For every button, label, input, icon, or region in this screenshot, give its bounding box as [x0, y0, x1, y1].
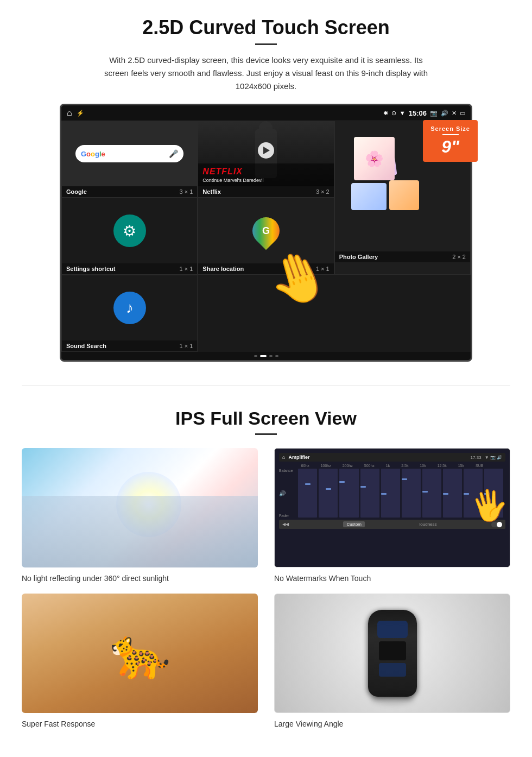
amp-screen: ⌂ Amplifier 17:33 ▼ 📷 🔊 60hz100hz200hz50…: [275, 449, 510, 567]
section2-title-divider: [255, 433, 277, 435]
eq-bar-5: [381, 469, 400, 518]
badge-divider: [442, 134, 459, 135]
dot-4[interactable]: [275, 355, 278, 357]
device-mockup: Screen Size 9" ⌂ ⚡ ✱ ⊙ ▼ 15:06 📷 🔊 ✕: [60, 104, 472, 362]
car-top-view: [365, 607, 420, 699]
eq-handle-6: [402, 478, 407, 480]
location-icon: ⊙: [391, 110, 396, 117]
window-icon: ▭: [460, 110, 465, 117]
eq-bar-6: [402, 469, 421, 518]
netflix-size: 3 × 2: [316, 188, 330, 195]
eq-side-labels: Balance 🔊 Fader: [279, 469, 294, 518]
netflix-logo: NETFLIX: [202, 167, 329, 176]
status-time: 15:06: [409, 109, 427, 117]
home-icon[interactable]: ⌂: [67, 108, 72, 118]
netflix-content: NETFLIX Continue Marvel's Daredevil: [198, 163, 333, 186]
app-grid: Google 🎤 Google 3 × 1: [61, 121, 471, 352]
status-bar: ⌂ ⚡ ✱ ⊙ ▼ 15:06 📷 🔊 ✕ ▭: [61, 105, 471, 121]
app-cell-netflix[interactable]: NETFLIX Continue Marvel's Daredevil Netf…: [198, 121, 334, 198]
img-sunlight: [22, 448, 258, 567]
voice-search-icon[interactable]: 🎤: [169, 149, 178, 158]
card-cheetah: 🐆 Super Fast Response: [22, 594, 258, 728]
sound-thumbnail: ♪: [62, 275, 197, 340]
app-cell-settings[interactable]: ⚙ Settings shortcut 1 × 1: [61, 198, 198, 275]
pagination-dots: [61, 352, 471, 360]
eq-handle-8: [443, 493, 448, 495]
amp-time: 17:33: [471, 455, 482, 460]
eq-sliders: [296, 469, 505, 518]
section1-title: 2.5D Curved Touch Screen: [33, 16, 499, 39]
settings-name: Settings shortcut: [66, 266, 115, 272]
gallery-label-bar: Photo Gallery 2 × 2: [335, 251, 470, 262]
eq-bar-3: [339, 469, 358, 518]
dot-1[interactable]: [254, 355, 257, 357]
netflix-thumbnail: NETFLIX Continue Marvel's Daredevil: [198, 121, 333, 186]
amp-header: ⌂ Amplifier 17:33 ▼ 📷 🔊: [279, 453, 505, 462]
loudness-toggle[interactable]: [491, 522, 502, 527]
eq-handle-5: [381, 493, 387, 495]
share-icon-container: G: [198, 198, 333, 263]
img-car: [274, 594, 510, 713]
custom-btn[interactable]: Custom: [343, 521, 365, 527]
eq-bar-2: [319, 469, 338, 518]
sound-label-bar: Sound Search 1 × 1: [62, 340, 197, 351]
settings-label-bar: Settings shortcut 1 × 1: [62, 263, 197, 274]
rear-windshield: [379, 663, 406, 677]
eq-handle-3: [339, 481, 345, 483]
settings-thumbnail: ⚙: [62, 198, 197, 263]
dot-2[interactable]: [260, 355, 267, 357]
google-logo: Google: [81, 150, 105, 158]
eq-bar-10: [484, 469, 503, 518]
play-triangle-icon: [263, 147, 270, 154]
app-cell-google[interactable]: Google 🎤 Google 3 × 1: [61, 121, 198, 198]
play-button[interactable]: [258, 142, 274, 159]
section-divider: [22, 386, 510, 386]
car-roof: [379, 641, 406, 660]
share-size: 1 × 1: [316, 266, 330, 272]
amp-title: Amplifier: [288, 455, 309, 460]
dot-3[interactable]: [269, 355, 273, 357]
amp-back-icon: ◀◀: [282, 522, 289, 527]
google-search-bar[interactable]: Google 🎤: [75, 145, 183, 162]
screen-size-badge: Screen Size 9": [423, 120, 478, 162]
section-curved-screen: 2.5D Curved Touch Screen With 2.5D curve…: [0, 0, 532, 375]
status-right-icons: ✱ ⊙ ▼ 15:06 📷 🔊 ✕ ▭: [383, 109, 465, 117]
maps-icon: G: [252, 217, 280, 244]
eq-bar-7: [422, 469, 441, 518]
volume-icon: 🔊: [441, 110, 448, 117]
google-name: Google: [66, 188, 87, 195]
sky-gradient: [22, 496, 258, 567]
device-screen: ⌂ ⚡ ✱ ⊙ ▼ 15:06 📷 🔊 ✕ ▭: [60, 104, 472, 362]
status-left-icons: ⌂ ⚡: [67, 108, 84, 118]
sound-size: 1 × 1: [180, 343, 193, 349]
share-label-bar: Share location 1 × 1: [198, 263, 333, 274]
gear-icon: ⚙: [123, 222, 136, 240]
wifi-icon: ▼: [400, 110, 406, 116]
cheetah-emoji: 🐆: [110, 625, 170, 682]
eq-sliders-container: 🖐: [296, 469, 505, 518]
settings-size: 1 × 1: [180, 266, 193, 272]
app-cell-share-location[interactable]: G 🤚 Share location 1 × 1: [198, 198, 334, 275]
eq-bar-9: [464, 469, 483, 518]
img-cheetah: 🐆: [22, 594, 258, 713]
eq-freq-labels: 60hz100hz200hz500hz1k2.5k10k12.5k15kSUB: [279, 464, 505, 469]
share-name: Share location: [202, 266, 244, 272]
amplifier-caption: No Watermarks When Touch: [274, 574, 510, 583]
eq-main-area: Balance 🔊 Fader: [279, 469, 505, 518]
img-amplifier: ⌂ Amplifier 17:33 ▼ 📷 🔊 60hz100hz200hz50…: [274, 448, 510, 567]
bluetooth-icon: ✱: [383, 110, 388, 117]
app-cell-sound-search[interactable]: ♪ Sound Search 1 × 1: [61, 275, 198, 352]
eq-handle-1: [305, 483, 311, 485]
section-ips-view: IPS Full Screen View No light reflecting…: [0, 397, 532, 745]
badge-size: 9": [430, 137, 470, 156]
eq-handle-4: [360, 486, 366, 488]
gallery-size: 2 × 2: [452, 254, 466, 260]
amp-home-icon: ⌂: [282, 455, 285, 460]
section1-description: With 2.5D curved-display screen, this de…: [98, 54, 434, 93]
eq-bar-8: [443, 469, 462, 518]
amp-footer: ◀◀ Custom loudness: [279, 520, 505, 529]
amp-icons: ▼ 📷 🔊: [485, 455, 502, 460]
close-icon: ✕: [452, 110, 457, 117]
music-note-icon: ♪: [126, 299, 134, 317]
ips-image-grid: No light reflecting under 360° direct su…: [22, 448, 510, 728]
